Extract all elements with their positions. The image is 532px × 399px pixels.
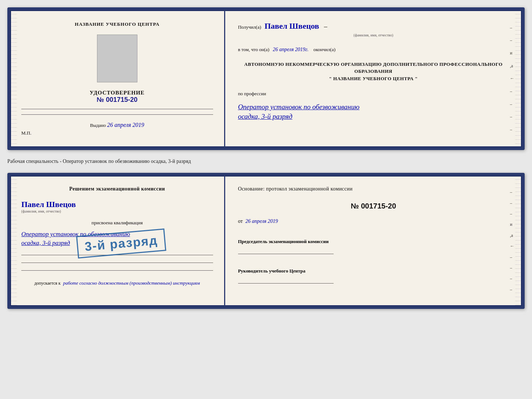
doc2-person-block: Павел Швецов (фамилия, имя, отчество) <box>21 200 213 213</box>
doc2-qualification-block: Оператор установок по обезвоживанию осад… <box>21 231 213 247</box>
doc1-received-row: Получил(а) Павел Швецов – (фамилия, имя,… <box>238 19 509 38</box>
doc1-issued-label: Выдано <box>90 122 106 128</box>
doc1-left-panel: НАЗВАНИЕ УЧЕБНОГО ЦЕНТРА УДОСТОВЕРЕНИЕ №… <box>10 10 225 147</box>
doc1-photo <box>97 35 137 82</box>
doc1-cert-label: УДОСТОВЕРЕНИЕ <box>90 90 145 96</box>
doc1-fio-hint: (фамилия, имя, отчество) <box>238 32 509 38</box>
doc2-date-row: от 26 апреля 2019 <box>238 218 509 224</box>
doc2-left-panel: Решением экзаменационной комиссии Павел … <box>10 176 225 306</box>
doc1-issued-line: Выдано 26 апреля 2019 <box>90 122 144 128</box>
separator-text: Рабочая специальность - Оператор установ… <box>7 157 525 166</box>
doc1-line1 <box>21 109 213 109</box>
doc1-right-panel: Получил(а) Павел Швецов – (фамилия, имя,… <box>225 10 522 147</box>
doc2-qual-line1: Оператор установок по обезвоживанию <box>21 231 213 238</box>
doc2-qual-line2: осадка, 3-й разряд <box>21 239 213 247</box>
doc2-protocol-number: № 001715-20 <box>238 202 509 210</box>
doc2-right-panel: Основание: протокол экзаменационной коми… <box>225 176 522 306</box>
doc2-chairman-block: Председатель экзаменационной комиссии <box>238 239 509 256</box>
doc2-head-block: Руководитель учебного Центра <box>238 268 509 285</box>
doc2-allowed-text: работе согласно должностным (производств… <box>63 280 200 286</box>
doc1-in-that-label: в том, что он(а) <box>238 47 270 52</box>
doc1-profession-line1: Оператор установок по обезвоживанию осад… <box>238 103 509 121</box>
doc2-decision-label: Решением экзаменационной комиссии <box>69 185 165 193</box>
doc2-side-chars: – – – и ,а ← – – – – <box>510 187 514 295</box>
doc2-fio-hint: (фамилия, имя, отчество) <box>21 209 213 213</box>
doc1-profession-label: по профессии <box>238 90 509 98</box>
doc1-cert-number: № 001715-20 <box>90 96 145 104</box>
doc2-date-value: 26 апреля 2019 <box>245 218 278 224</box>
doc2-allowed-row: допускается к работе согласно должностны… <box>34 280 200 286</box>
doc1-finished-label: окончил(а) <box>313 47 335 52</box>
doc1-side-chars: – – и ,а ← – – – – <box>510 21 514 136</box>
doc1-profession-line2: осадка, 3-й разряд <box>238 113 509 121</box>
doc1-dash: – <box>324 23 327 30</box>
doc2-chairman-label: Председатель экзаменационной комиссии <box>238 239 341 245</box>
doc1-issued-date: 26 апреля 2019 <box>107 122 144 128</box>
doc1-line2 <box>21 114 213 115</box>
doc1-received-label: Получил(а) <box>238 24 261 30</box>
doc1-org-block: АВТОНОМНУЮ НЕКОММЕРЧЕСКУЮ ОРГАНИЗАЦИЮ ДО… <box>238 61 509 82</box>
doc1-center-title: НАЗВАНИЕ УЧЕБНОГО ЦЕНТРА <box>75 21 160 27</box>
doc1-in-that-row: в том, что он(а) 26 апреля 2019г. окончи… <box>238 46 509 54</box>
doc2-person-name: Павел Швецов <box>21 200 213 209</box>
doc2-lines-block <box>21 253 213 272</box>
doc1-recipient-name: Павел Швецов <box>265 21 319 31</box>
document-2: Решением экзаменационной комиссии Павел … <box>7 173 525 309</box>
page-wrapper: НАЗВАНИЕ УЧЕБНОГО ЦЕНТРА УДОСТОВЕРЕНИЕ №… <box>7 7 525 309</box>
doc2-basis-row: Основание: протокол экзаменационной коми… <box>238 185 509 193</box>
document-1: НАЗВАНИЕ УЧЕБНОГО ЦЕНТРА УДОСТОВЕРЕНИЕ №… <box>7 7 525 150</box>
doc1-date-handwritten: 26 апреля 2019г. <box>273 47 308 52</box>
doc2-head-label: Руководитель учебного Центра <box>238 268 509 274</box>
doc1-mp: М.П. <box>21 130 31 136</box>
doc2-assigned-label: присвоена квалификация <box>91 219 143 227</box>
